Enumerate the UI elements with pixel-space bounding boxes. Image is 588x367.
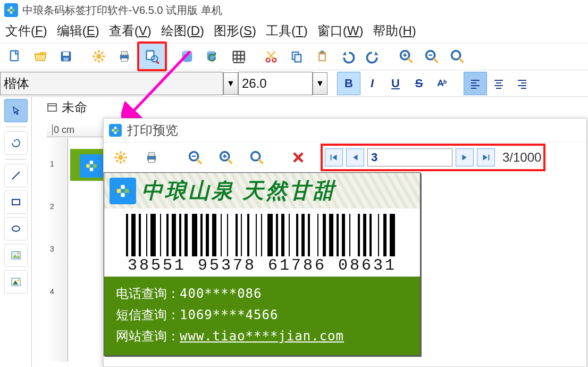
svg-rect-6	[63, 52, 69, 56]
page-counter: 3/1000	[502, 150, 541, 165]
italic-button[interactable]: I	[360, 72, 384, 95]
new-button[interactable]	[2, 44, 28, 69]
svg-line-16	[102, 52, 104, 54]
strike-button[interactable]: S	[407, 72, 431, 95]
align-center-button[interactable]	[487, 72, 510, 95]
svg-point-103	[251, 152, 260, 161]
font-family-value: 楷体	[4, 75, 29, 92]
open-button[interactable]	[28, 44, 53, 69]
svg-marker-111	[483, 155, 488, 161]
rotate-tool[interactable]	[4, 131, 28, 155]
svg-line-15	[95, 59, 97, 61]
menu-help[interactable]: 帮助(H)	[373, 22, 416, 39]
preview-page-navigation: 3/1000	[321, 144, 545, 171]
page-number-input[interactable]	[367, 148, 452, 166]
cut-button[interactable]	[258, 44, 284, 69]
svg-rect-81	[112, 129, 114, 132]
svg-rect-20	[147, 51, 154, 60]
bold-button[interactable]: B	[337, 72, 360, 95]
menu-draw[interactable]: 绘图(D)	[161, 22, 204, 39]
font-size-dropdown-icon[interactable]: ▼	[313, 72, 327, 95]
svg-rect-94	[148, 153, 155, 156]
ruler-mark: 4	[50, 287, 54, 296]
save-button[interactable]	[53, 44, 79, 69]
sms-label: 短信查询：	[116, 307, 180, 322]
svg-line-14	[102, 59, 104, 61]
preview-print-button[interactable]	[138, 146, 165, 169]
preview-toolbar: 3/1000	[104, 143, 586, 172]
svg-rect-83	[114, 131, 117, 134]
redo-button[interactable]	[360, 44, 386, 69]
menu-tools[interactable]: 工具(T)	[266, 22, 308, 39]
ellipse-tool[interactable]	[4, 217, 28, 240]
undo-button[interactable]	[335, 44, 360, 69]
settings-button[interactable]	[86, 44, 112, 69]
paste-button[interactable]	[309, 44, 335, 69]
clear-format-button[interactable]: A̶ᵇ	[431, 72, 454, 95]
svg-rect-80	[114, 127, 117, 129]
first-page-button[interactable]	[325, 148, 343, 166]
align-left-button[interactable]	[464, 72, 487, 95]
svg-rect-78	[90, 168, 94, 171]
svg-marker-110	[463, 155, 467, 161]
preview-logo-icon	[109, 124, 122, 137]
svg-marker-109	[353, 155, 357, 161]
zoom-out-button[interactable]	[419, 44, 444, 69]
font-family-select[interactable]: 楷体	[0, 72, 223, 95]
svg-rect-76	[86, 164, 90, 168]
font-family-dropdown-icon[interactable]: ▼	[223, 72, 238, 95]
line-tool[interactable]	[4, 164, 28, 187]
prev-page-button[interactable]	[346, 148, 364, 166]
svg-rect-42	[320, 55, 324, 61]
preview-settings-button[interactable]	[107, 146, 135, 169]
menu-bar: 文件(F) 编辑(E) 查看(V) 绘图(D) 图形(S) 工具(T) 窗口(W…	[0, 20, 588, 43]
svg-point-50	[452, 51, 460, 60]
document-tab[interactable]: 未命	[47, 99, 87, 116]
font-size-select[interactable]: 26.0	[238, 72, 313, 95]
sms-value: 1069****4566	[180, 307, 278, 322]
svg-line-44	[408, 59, 413, 63]
print-preview-button[interactable]	[137, 41, 167, 71]
app-logo-icon	[4, 3, 18, 17]
ruler-mark: 1	[50, 160, 54, 168]
svg-line-48	[434, 59, 438, 63]
menu-window[interactable]: 窗口(W)	[317, 22, 364, 39]
preview-content: 中琅山泉 天然甘甜 38551 95378 61786 08631 电话查询：4…	[104, 172, 586, 356]
menu-edit[interactable]: 编辑(E)	[57, 22, 99, 39]
preview-close-button[interactable]	[284, 146, 312, 169]
svg-rect-1	[10, 6, 13, 9]
svg-rect-75	[90, 161, 94, 164]
zoom-fit-button[interactable]	[444, 44, 470, 69]
copy-button[interactable]	[284, 44, 309, 69]
last-page-button[interactable]	[477, 148, 495, 166]
preview-zoom-in-button[interactable]	[212, 146, 240, 169]
picture-tool[interactable]	[4, 270, 28, 294]
font-size-value: 26.0	[242, 76, 267, 91]
next-page-button[interactable]	[456, 148, 474, 166]
svg-line-97	[197, 160, 201, 164]
svg-rect-3	[10, 11, 13, 14]
svg-rect-18	[121, 52, 128, 55]
svg-line-22	[156, 61, 159, 64]
rect-tool[interactable]	[4, 190, 28, 214]
preview-zoom-fit-button[interactable]	[243, 146, 271, 169]
print-button[interactable]	[112, 44, 137, 69]
menu-view[interactable]: 查看(V)	[109, 22, 152, 39]
underline-button[interactable]: U	[384, 72, 407, 95]
menu-shape[interactable]: 图形(S)	[214, 22, 256, 39]
svg-rect-65	[12, 199, 20, 205]
preview-zoom-out-button[interactable]	[181, 146, 209, 169]
grid-button[interactable]	[225, 44, 251, 69]
svg-point-69	[17, 252, 19, 254]
database-refresh-button[interactable]	[200, 44, 225, 69]
svg-line-92	[123, 153, 125, 155]
align-right-button[interactable]	[510, 72, 534, 95]
database-button[interactable]	[174, 44, 200, 69]
svg-rect-95	[148, 160, 155, 163]
image-tool[interactable]	[4, 244, 28, 267]
menu-file[interactable]: 文件(F)	[5, 22, 47, 39]
pointer-tool[interactable]	[4, 99, 28, 122]
ruler-mark: 3	[50, 245, 54, 253]
zoom-in-button[interactable]	[393, 44, 419, 69]
svg-line-90	[123, 160, 125, 162]
